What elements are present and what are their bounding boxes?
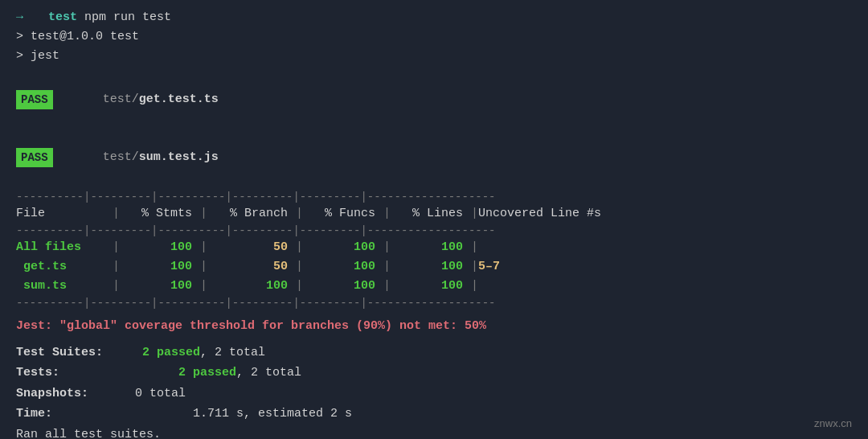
row-stmts-1: 100 — [120, 257, 200, 277]
row-funcs-2: 100 — [303, 277, 383, 296]
time-val: 1.711 s, estimated 2 s — [121, 404, 352, 425]
pass-line-2: PASS test/sum.test.js — [16, 129, 852, 187]
row-lines-1: 100 — [391, 257, 471, 277]
header-file: File — [16, 204, 113, 224]
suites-val: 2 passed, 2 total — [121, 343, 265, 363]
table-header: File | % Stmts | % Branch | % Funcs | % … — [16, 204, 852, 224]
row-branch-1: 50 — [207, 257, 296, 277]
output-line1: > test@1.0.0 test — [16, 27, 852, 47]
summary-section: Test Suites: 2 passed, 2 total Tests: 2 … — [16, 343, 852, 439]
pass-line-1: PASS test/get.test.ts — [16, 71, 852, 129]
table-row-sumts: sum.ts | 100 | 100 | 100 | 100 | — [16, 277, 852, 296]
row-stmts-2: 100 — [120, 277, 200, 296]
table-sep-2: ----------|---------|----------|--------… — [16, 224, 852, 238]
summary-suites: Test Suites: 2 passed, 2 total — [16, 343, 852, 363]
coverage-table: ----------|---------|----------|--------… — [16, 190, 852, 311]
output-line2: > jest — [16, 47, 852, 66]
table-sep-3: ----------|---------|----------|--------… — [16, 296, 852, 310]
row-branch-0: 50 — [207, 238, 296, 257]
table-sep-1: ----------|---------|----------|--------… — [16, 190, 852, 204]
row-stmts-0: 100 — [120, 238, 200, 257]
tests-val: 2 passed, 2 total — [121, 363, 301, 384]
row-file-2: sum.ts — [16, 277, 113, 296]
row-file-1: get.ts — [16, 257, 113, 277]
ran-all-line: Ran all test suites. — [16, 425, 852, 439]
header-branch: % Branch — [207, 204, 296, 224]
row-file-0: All files — [16, 238, 113, 257]
row-lines-0: 100 — [391, 238, 471, 257]
row-funcs-1: 100 — [303, 257, 383, 277]
row-uncovered-2 — [478, 277, 655, 296]
row-branch-2: 100 — [207, 277, 296, 296]
pass-badge-1: PASS — [16, 90, 53, 109]
header-funcs: % Funcs — [303, 204, 383, 224]
snapshots-label: Snapshots: — [16, 384, 121, 404]
row-funcs-0: 100 — [303, 238, 383, 257]
terminal: → test npm run test > test@1.0.0 test > … — [16, 8, 852, 431]
pass-badge-2: PASS — [16, 148, 53, 167]
header-lines: % Lines — [391, 204, 471, 224]
time-label: Time: — [16, 404, 121, 425]
suites-label: Test Suites: — [16, 343, 121, 363]
snapshots-val: 0 total — [121, 384, 186, 404]
tests-label: Tests: — [16, 363, 121, 384]
cmd-label: test — [48, 8, 77, 27]
error-message: Jest: "global" coverage threshold for br… — [16, 319, 852, 333]
command-line: → test npm run test — [16, 8, 852, 27]
header-uncovered: Uncovered Line #s — [478, 204, 655, 224]
summary-snapshots: Snapshots: 0 total — [16, 384, 852, 404]
arrow-icon: → — [16, 8, 23, 27]
row-uncovered-1: 5–7 — [478, 257, 655, 277]
watermark: znwx.cn — [814, 417, 852, 429]
summary-tests: Tests: 2 passed, 2 total — [16, 363, 852, 384]
cmd-text: npm run test — [77, 8, 171, 27]
pass-file-2: test/sum.test.js — [59, 129, 219, 187]
table-row-allfiles: All files | 100 | 50 | 100 | 100 | — [16, 238, 852, 257]
table-row-getts: get.ts | 100 | 50 | 100 | 100 | 5–7 — [16, 257, 852, 277]
pass-file-1: test/get.test.ts — [59, 71, 219, 129]
summary-time: Time: 1.711 s, estimated 2 s — [16, 404, 852, 425]
ran-all-text: Ran all test suites. — [16, 425, 161, 439]
header-stmts: % Stmts — [120, 204, 200, 224]
row-uncovered-0 — [478, 238, 655, 257]
row-lines-2: 100 — [391, 277, 471, 296]
